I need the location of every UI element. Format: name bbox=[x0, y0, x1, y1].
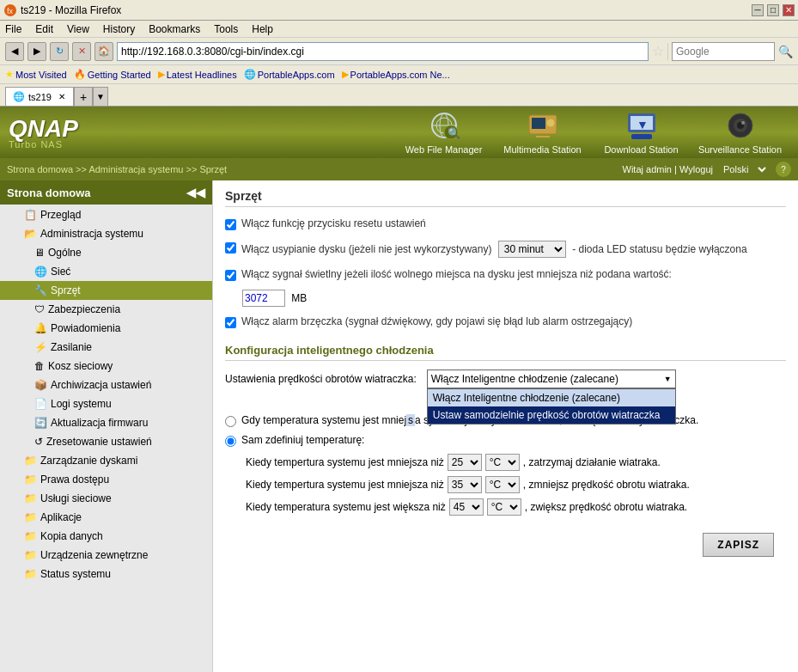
nav-surveillance-station[interactable]: Surveillance Station bbox=[691, 107, 789, 158]
aplikacje-icon: 📁 bbox=[24, 511, 37, 523]
temp-select-2[interactable]: 352540 bbox=[448, 476, 482, 493]
tab-add-button[interactable]: + bbox=[74, 87, 93, 106]
star-icon[interactable]: ☆ bbox=[652, 43, 664, 59]
sidebar-item-zabezpieczenia[interactable]: 🛡 Zabezpieczenia bbox=[0, 300, 212, 319]
sidebar-item-sprzet[interactable]: 🔧 Sprzęt bbox=[0, 281, 212, 300]
admin-folder-icon: 📂 bbox=[24, 228, 37, 240]
surveillance-station-icon bbox=[725, 110, 756, 141]
bookmark-portableapps[interactable]: 🌐 PortableApps.com bbox=[244, 69, 335, 80]
sidebar-item-urzadzenia[interactable]: 📁 Urządzenia zewnętrzne bbox=[0, 546, 212, 565]
search-input[interactable] bbox=[672, 42, 775, 61]
temp-label-1: Kiedy tempertura systemu jest mniejsza n… bbox=[246, 456, 444, 468]
space-input-row: MB bbox=[225, 290, 786, 307]
cooling-dropdown-popup: Włącz Inteligentne chłodzenie (zalecane)… bbox=[427, 388, 676, 425]
home-button[interactable]: 🏠 bbox=[94, 42, 113, 61]
bookmark-most-visited[interactable]: ★ Most Visited bbox=[5, 69, 67, 80]
menu-edit[interactable]: Edit bbox=[35, 23, 53, 35]
section-title: Sprzęt bbox=[225, 189, 786, 207]
unit-select-2[interactable]: °C°F bbox=[485, 476, 520, 493]
main-layout: Strona domowa ◀◀ 📋 Przegląd 📂 Administra… bbox=[0, 180, 798, 672]
language-select[interactable]: Polski English bbox=[720, 163, 769, 175]
bookmark-portableapps2[interactable]: ▶ PortableApps.com Ne... bbox=[342, 69, 450, 80]
back-button[interactable]: ◀ bbox=[5, 42, 24, 61]
qnap-header: QNAP Turbo NAS 🔍 Web File Manager bbox=[0, 107, 798, 158]
sidebar-item-admin-system[interactable]: 📂 Administracja systemu bbox=[0, 224, 212, 243]
temp-row-2: Kiedy tempertura systemu jest mniejsza n… bbox=[225, 476, 786, 493]
reload-button[interactable]: ↻ bbox=[50, 42, 69, 61]
qnap-logo-area: QNAP Turbo NAS bbox=[9, 115, 78, 150]
sidebar-item-logi[interactable]: 📄 Logi systemu bbox=[0, 394, 212, 413]
bookmark-getting-started[interactable]: 🔥 Getting Started bbox=[74, 69, 151, 80]
tab-scroll-arrow[interactable]: ▼ bbox=[93, 87, 108, 106]
cooling-speed-row: Ustawienia prędkości obrotów wiatraczka:… bbox=[225, 370, 786, 388]
sidebar-item-przeglad[interactable]: 📋 Przegląd bbox=[0, 205, 212, 224]
radio-custom[interactable] bbox=[225, 436, 236, 447]
tab-icon: 🌐 bbox=[13, 91, 25, 102]
zabezpieczenia-icon: 🛡 bbox=[34, 303, 45, 315]
logi-icon: 📄 bbox=[34, 398, 47, 410]
address-bar[interactable] bbox=[117, 42, 649, 61]
menu-history[interactable]: History bbox=[103, 23, 135, 35]
user-info: Witaj admin | Wyloguj bbox=[623, 164, 713, 174]
tab-ts219[interactable]: 🌐 ts219 ✕ bbox=[5, 87, 74, 106]
space-input[interactable] bbox=[242, 290, 285, 307]
sidebar-item-kopia[interactable]: 📁 Kopia danych bbox=[0, 527, 212, 546]
temp-row-1: Kiedy tempertura systemu jest mniejsza n… bbox=[225, 454, 786, 471]
forward-button[interactable]: ▶ bbox=[27, 42, 46, 61]
menu-bookmarks[interactable]: Bookmarks bbox=[149, 23, 200, 35]
nav-download-station[interactable]: ▼ Download Station bbox=[592, 107, 691, 158]
globe-icon: 🌐 bbox=[244, 69, 256, 80]
sidebar-item-zasilanie[interactable]: ⚡ Zasilanie bbox=[0, 338, 212, 357]
sidebar-item-siec[interactable]: 🌐 Sieć bbox=[0, 262, 212, 281]
sidebar-item-zarzadzanie[interactable]: 📁 Zarządzanie dyskami bbox=[0, 451, 212, 470]
checkbox-space[interactable] bbox=[225, 270, 236, 281]
menu-file[interactable]: File bbox=[5, 23, 21, 35]
disk-sleep-select[interactable]: 30 minut 10 minut 20 minut 1 godzina 2 g… bbox=[498, 241, 566, 258]
sidebar-item-ogolne[interactable]: 🖥 Ogólne bbox=[0, 243, 212, 262]
save-button[interactable]: ZAPISZ bbox=[703, 533, 774, 557]
menu-help[interactable]: Help bbox=[252, 23, 273, 35]
kopia-icon: 📁 bbox=[24, 530, 37, 542]
sidebar-item-zresetowanie[interactable]: ↺ Zresetowanie ustawień bbox=[0, 432, 212, 451]
sidebar-item-kosz[interactable]: 🗑 Kosz sieciowy bbox=[0, 357, 212, 376]
minimize-button[interactable]: ─ bbox=[752, 4, 764, 16]
temp-select-3[interactable]: 454050 bbox=[449, 498, 484, 516]
browser-toolbar: ◀ ▶ ↻ ✕ 🏠 ☆ 🔍 bbox=[0, 38, 798, 65]
dropdown-option-smart[interactable]: Włącz Inteligentne chłodzenie (zalecane) bbox=[428, 389, 675, 406]
sidebar-item-uslugi[interactable]: 📁 Usługi sieciowe bbox=[0, 489, 212, 508]
sidebar-item-powiadomienia[interactable]: 🔔 Powiadomienia bbox=[0, 319, 212, 338]
temp-select-1[interactable]: 253035 bbox=[448, 454, 482, 471]
sidebar-collapse-button[interactable]: ◀◀ bbox=[186, 186, 205, 199]
cooling-dropdown-wrapper: Włącz Inteligentne chłodzenie (zalecane)… bbox=[427, 370, 676, 388]
checkbox-sleep-label: Włącz usypianie dysku (jeżeli nie jest w… bbox=[241, 241, 747, 258]
checkbox-reset[interactable] bbox=[225, 219, 236, 230]
unit-select-3[interactable]: °C°F bbox=[487, 498, 521, 516]
dropdown-option-manual[interactable]: Ustaw samodzielnie prędkość obrotów wiat… bbox=[428, 406, 675, 424]
sidebar-item-archiwizacja[interactable]: 📦 Archiwizacja ustawień bbox=[0, 376, 212, 394]
search-icon[interactable]: 🔍 bbox=[778, 45, 793, 58]
maximize-button[interactable]: □ bbox=[767, 4, 779, 16]
unit-select-1[interactable]: °C°F bbox=[485, 454, 520, 471]
sidebar-item-prawa[interactable]: 📁 Prawa dostępu bbox=[0, 470, 212, 489]
zarzadzanie-icon: 📁 bbox=[24, 455, 37, 467]
nav-web-file-manager[interactable]: 🔍 Web File Manager bbox=[394, 107, 493, 158]
sidebar-item-status[interactable]: 📁 Status systemu bbox=[0, 565, 212, 583]
sidebar-item-aplikacje[interactable]: 📁 Aplikacje bbox=[0, 508, 212, 527]
content-scroll: Sprzęt Włącz funkcję przycisku resetu us… bbox=[213, 180, 798, 574]
bookmarks-bar: ★ Most Visited 🔥 Getting Started ▶ Lates… bbox=[0, 65, 798, 84]
checkbox-sleep[interactable] bbox=[225, 242, 236, 254]
radio-auto[interactable] bbox=[225, 416, 236, 427]
close-button[interactable]: ✕ bbox=[783, 4, 795, 16]
sidebar: Strona domowa ◀◀ 📋 Przegląd 📂 Administra… bbox=[0, 180, 213, 672]
stop-button[interactable]: ✕ bbox=[72, 42, 91, 61]
page-content: QNAP Turbo NAS 🔍 Web File Manager bbox=[0, 107, 798, 672]
checkbox-alarm[interactable] bbox=[225, 317, 236, 328]
svg-rect-15 bbox=[631, 134, 652, 139]
menu-tools[interactable]: Tools bbox=[214, 23, 238, 35]
nav-multimedia-station[interactable]: Multimedia Station bbox=[493, 107, 592, 158]
cooling-dropdown[interactable]: Włącz Inteligentne chłodzenie (zalecane)… bbox=[427, 370, 676, 388]
sidebar-item-aktualizacja[interactable]: 🔄 Aktualizacja firmwaru bbox=[0, 413, 212, 432]
bookmark-headlines[interactable]: ▶ Latest Headlines bbox=[158, 69, 237, 80]
menu-view[interactable]: View bbox=[67, 23, 89, 35]
tab-close-icon[interactable]: ✕ bbox=[58, 92, 65, 101]
